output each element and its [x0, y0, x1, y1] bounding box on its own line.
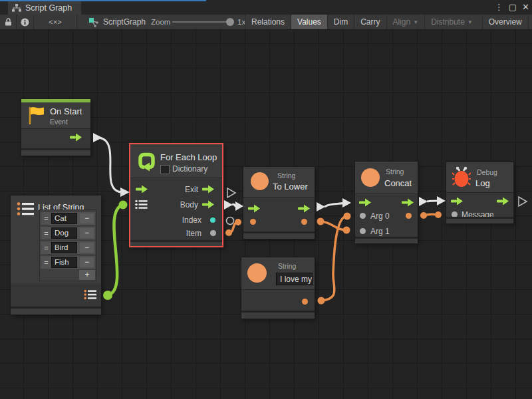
index-unconnected-indicator: [227, 217, 234, 225]
wire-onstart-to-foreach[interactable]: [93, 133, 130, 197]
list-icon: [17, 201, 35, 216]
align-dropdown[interactable]: Align▼: [386, 15, 425, 29]
drag-handle[interactable]: =: [41, 244, 51, 252]
window-menu-icon[interactable]: ⋮: [495, 2, 503, 12]
wire-list-to-foreach[interactable]: [103, 201, 128, 301]
relations-button[interactable]: Relations: [245, 15, 291, 29]
code-view-button[interactable]: <×>: [34, 15, 77, 29]
string-input-port[interactable]: [250, 219, 256, 225]
list-output-port[interactable]: [84, 289, 97, 300]
control-input-port[interactable]: [135, 185, 148, 194]
remove-item-button[interactable]: −: [80, 257, 94, 267]
wire-concat-to-log[interactable]: [419, 196, 446, 206]
port-label-item: Item: [186, 229, 201, 238]
node-list-of-string[interactable]: List of String = Cat − = Dog − = Bird: [11, 196, 101, 315]
bug-icon: [452, 166, 471, 188]
wire-tolower-to-concat[interactable]: [317, 198, 351, 211]
node-string-concat[interactable]: String Concat Arg 0 Arg 1: [355, 162, 418, 243]
control-input-port[interactable]: [358, 198, 372, 207]
string-type-icon: [251, 172, 269, 190]
node-on-start[interactable]: On Start Event: [21, 99, 90, 156]
node-subtitle: Event: [50, 118, 68, 126]
node-string-literal[interactable]: String: [241, 257, 315, 319]
info-button[interactable]: [17, 15, 34, 29]
drag-handle[interactable]: =: [41, 215, 51, 223]
list-input-port[interactable]: [135, 200, 148, 209]
body-output-port[interactable]: [201, 200, 215, 209]
tab-strip: Script Graph ⋮ ▢ ✕: [0, 0, 532, 15]
string-output-port[interactable]: [302, 299, 308, 305]
full-screen-button[interactable]: Full Screen: [528, 15, 532, 29]
close-icon[interactable]: ✕: [522, 2, 529, 12]
list-item-row: = Dog −: [41, 227, 95, 239]
string-type-icon: [361, 168, 380, 187]
node-title: For Each Loop: [160, 152, 217, 162]
drag-handle[interactable]: =: [41, 259, 51, 267]
add-item-button[interactable]: +: [79, 270, 95, 280]
node-title: On Start: [50, 106, 82, 116]
node-debug-log[interactable]: Debug Log Message: [446, 162, 513, 223]
item-output-port[interactable]: [210, 230, 216, 236]
zoom-slider-track[interactable]: [172, 21, 230, 23]
lock-button[interactable]: [0, 15, 17, 29]
distribute-dropdown[interactable]: Distribute▼: [424, 15, 479, 29]
control-output-port[interactable]: [69, 133, 82, 142]
wire-literal-to-arg0[interactable]: [318, 213, 351, 305]
port-label-arg1: Arg 1: [370, 227, 390, 236]
control-input-port[interactable]: [450, 197, 464, 205]
list-item-field[interactable]: Fish: [51, 257, 77, 268]
port-label-body: Body: [180, 200, 198, 209]
list-item-field[interactable]: Bird: [51, 242, 77, 253]
control-output-port[interactable]: [297, 204, 311, 213]
flag-icon: [26, 105, 46, 126]
string-output-port[interactable]: [406, 213, 412, 219]
carry-button[interactable]: Carry: [354, 15, 386, 29]
maximize-icon[interactable]: ▢: [509, 2, 517, 12]
graph-canvas[interactable]: On Start Event List of String = Cat: [0, 30, 532, 399]
hierarchy-icon: [12, 4, 21, 12]
wire-body-to-tolower[interactable]: [224, 200, 243, 211]
values-button[interactable]: Values: [291, 15, 327, 29]
node-type-label: String: [277, 172, 295, 180]
arg0-input-port[interactable]: [360, 213, 366, 219]
tab-title: Script Graph: [25, 3, 72, 13]
list-item-field[interactable]: Dog: [51, 227, 77, 239]
tab-script-graph[interactable]: Script Graph: [8, 1, 81, 15]
list-item-row: = Bird −: [41, 241, 95, 254]
drag-handle[interactable]: =: [41, 229, 51, 237]
string-value-field[interactable]: [276, 273, 313, 285]
remove-item-button[interactable]: −: [80, 228, 94, 238]
info-icon: [21, 18, 29, 27]
node-for-each-loop[interactable]: For Each Loop Dictionary Exit Body Index: [129, 143, 223, 247]
code-view-icon: <×>: [49, 18, 61, 26]
unity-script-graph-window: Script Graph ⋮ ▢ ✕ <×>: [0, 0, 532, 399]
string-output-port[interactable]: [301, 219, 307, 225]
remove-item-button[interactable]: −: [80, 213, 94, 223]
loop-icon: [136, 150, 157, 172]
list-item-row: = Fish −: [41, 256, 95, 269]
control-input-port[interactable]: [247, 204, 261, 213]
port-label-index: Index: [182, 215, 201, 225]
remove-item-button[interactable]: −: [80, 243, 94, 253]
overview-button[interactable]: Overview: [482, 15, 528, 29]
dim-button[interactable]: Dim: [327, 15, 354, 29]
chevron-down-icon: ▼: [413, 19, 418, 25]
exit-unconnected-indicator: [227, 188, 235, 198]
wire-concat-to-message[interactable]: [420, 211, 442, 219]
wire-tolower-to-arg1[interactable]: [317, 218, 350, 234]
port-label-exit: Exit: [185, 185, 198, 194]
control-output-port[interactable]: [401, 198, 414, 207]
toolbar-buttons: Relations Values Dim Carry Align▼ Distri…: [245, 15, 532, 29]
control-output-port[interactable]: [496, 197, 509, 205]
dictionary-checkbox[interactable]: [160, 165, 170, 174]
exit-output-port[interactable]: [201, 185, 215, 194]
node-type-label: String: [278, 262, 296, 270]
node-string-to-lower[interactable]: String To Lower: [243, 167, 315, 239]
list-item-field[interactable]: Cat: [51, 213, 77, 224]
script-graph-icon: [88, 17, 99, 27]
zoom-slider-handle[interactable]: [226, 18, 234, 26]
arg1-input-port[interactable]: [360, 228, 366, 234]
zoom-label: Zoom: [151, 15, 170, 29]
wire-item-to-tolower[interactable]: [225, 219, 241, 236]
index-output-port[interactable]: [210, 217, 215, 223]
